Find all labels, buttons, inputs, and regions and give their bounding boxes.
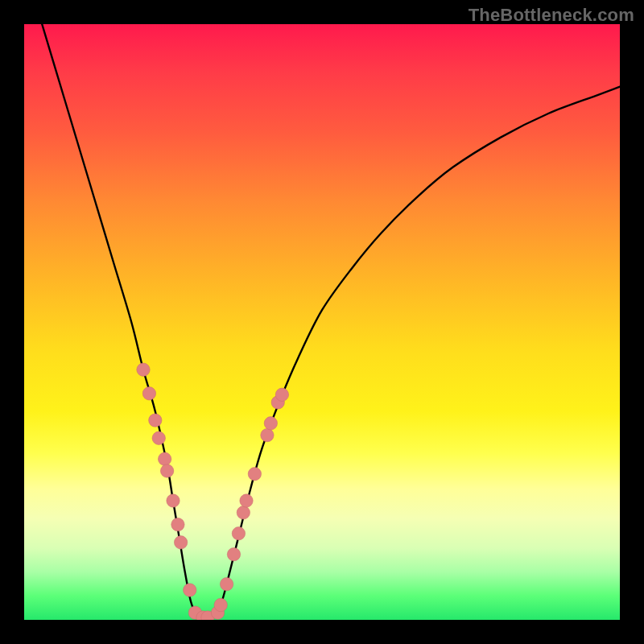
data-marker <box>248 468 261 481</box>
data-marker <box>275 388 288 401</box>
data-marker <box>171 518 184 530</box>
data-marker <box>167 494 180 507</box>
chart-container: TheBottleneck.com <box>0 0 644 644</box>
data-marker <box>174 536 187 549</box>
data-marker <box>158 452 171 465</box>
plot-area <box>24 24 620 620</box>
data-marker <box>142 387 155 400</box>
data-marker <box>160 464 173 477</box>
watermark-text: TheBottleneck.com <box>469 5 634 26</box>
chart-svg <box>24 24 620 620</box>
data-marker <box>240 494 253 507</box>
data-marker <box>137 363 150 376</box>
data-marker <box>232 527 245 540</box>
data-marker <box>264 417 277 430</box>
data-marker <box>152 431 165 444</box>
data-marker <box>227 547 240 560</box>
data-marker <box>220 577 233 590</box>
data-marker <box>237 506 250 519</box>
data-marker <box>184 584 196 597</box>
data-marker <box>149 414 162 427</box>
data-marker <box>261 428 274 441</box>
data-marker <box>214 598 227 611</box>
curve-line <box>42 24 620 618</box>
